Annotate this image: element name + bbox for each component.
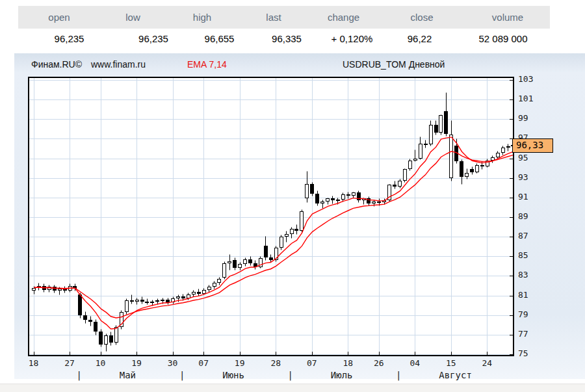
x-axis-label: 04 — [404, 358, 425, 368]
month-separator: | — [288, 370, 293, 380]
y-axis-label: 99 — [518, 113, 528, 123]
quote-value-close: 96,22 — [383, 33, 456, 44]
quote-value-volume: 52 089 000 — [456, 33, 550, 44]
x-axis-label: 26 — [369, 358, 389, 368]
y-axis-label: 89 — [518, 211, 528, 221]
x-axis-label: 18 — [337, 358, 358, 368]
quote-header-row: open low high last change close volume — [18, 6, 550, 29]
month-label: Май — [120, 370, 136, 380]
quote-value-last: 96,335 — [252, 33, 321, 44]
month-label: Август — [439, 370, 472, 380]
quote-header-change: change — [309, 12, 378, 23]
x-axis-label: 19 — [126, 358, 147, 368]
brand-label: Финам.RU© — [31, 59, 82, 70]
y-axis-label: 95 — [518, 153, 528, 163]
month-separator: | — [76, 370, 81, 380]
candlestick-canvas — [29, 78, 513, 355]
quote-header-last: last — [239, 12, 309, 23]
y-axis-label: 87 — [518, 231, 528, 241]
y-axis-label: 75 — [518, 348, 528, 358]
y-axis-label: 83 — [518, 270, 528, 280]
quote-header-open: open — [18, 12, 100, 23]
instrument-title: USDRUB_TOM Дневной — [343, 59, 445, 70]
x-axis-label: 19 — [229, 358, 250, 368]
x-axis-label: 27 — [59, 358, 80, 368]
y-axis-label: 81 — [518, 290, 528, 300]
ema-indicator-label: EMA 7,14 — [187, 59, 227, 70]
y-axis-label: 91 — [518, 192, 528, 202]
x-axis-label: 07 — [302, 358, 322, 368]
quote-header-low: low — [100, 12, 166, 23]
x-axis-label: 10 — [90, 358, 111, 368]
quote-value-change: + 0,120% — [321, 33, 383, 44]
quote-header-high: high — [166, 12, 239, 23]
bottom-strip — [0, 384, 585, 392]
month-separator: | — [396, 370, 401, 380]
y-axis-label: 103 — [518, 74, 533, 84]
y-axis-label: 79 — [518, 309, 528, 319]
x-axis-label: 18 — [23, 358, 44, 368]
x-axis-label: 15 — [441, 358, 462, 368]
quote-value-open: 96,235 — [18, 33, 120, 44]
month-separator: | — [179, 370, 185, 380]
x-axis-label: 30 — [162, 358, 183, 368]
quote-header-volume: volume — [465, 12, 550, 23]
x-axis-label: 07 — [193, 358, 214, 368]
quote-header-close: close — [378, 12, 465, 23]
price-chart-plot[interactable] — [28, 77, 514, 356]
x-axis-label: 24 — [476, 358, 497, 368]
y-axis-label: 77 — [518, 329, 528, 339]
month-label: Июнь — [222, 370, 244, 380]
site-link[interactable]: www.finam.ru — [91, 59, 146, 70]
y-axis-label: 85 — [518, 250, 528, 260]
y-axis-label: 93 — [518, 172, 528, 182]
quote-summary-table: open low high last change close volume 9… — [18, 6, 550, 48]
quote-values-row: 96,235 96,235 96,655 96,335 + 0,120% 96,… — [18, 29, 550, 48]
quote-value-high: 96,655 — [187, 33, 252, 44]
x-axis-label: 28 — [265, 358, 286, 368]
y-axis-label: 101 — [518, 94, 533, 103]
month-label: Июль — [331, 370, 353, 380]
quote-value-low: 96,235 — [120, 33, 187, 44]
chart-panel: Финам.RU© www.finam.ru EMA 7,14 USDRUB_T… — [14, 53, 585, 379]
current-price-badge: 96,33 — [512, 138, 553, 153]
